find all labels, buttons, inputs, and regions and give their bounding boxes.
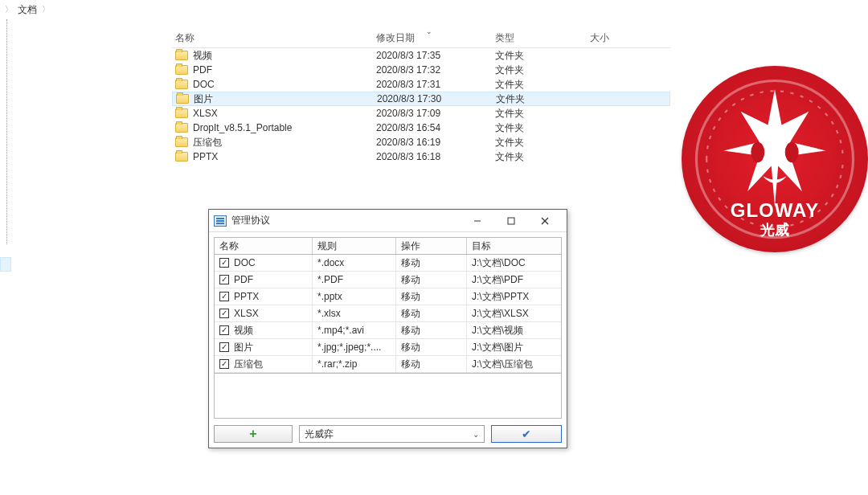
close-button[interactable] bbox=[528, 212, 562, 230]
file-row[interactable]: 视频2020/8/3 17:35文件夹 bbox=[172, 48, 670, 63]
rule-operation: 移动 bbox=[396, 356, 467, 372]
logo-brand-cn: 光威 bbox=[760, 220, 789, 239]
rule-pattern: *.rar;*.zip bbox=[313, 356, 396, 372]
file-name: PDF bbox=[193, 64, 212, 76]
rule-row[interactable]: ✓压缩包*.rar;*.zip移动J:\文档\压缩包 bbox=[215, 356, 561, 373]
dialog-titlebar[interactable]: 管理协议 bbox=[209, 210, 567, 232]
file-type: 文件夹 bbox=[495, 150, 590, 164]
rule-checkbox[interactable]: ✓ bbox=[219, 359, 229, 369]
rule-row[interactable]: ✓图片*.jpg;*.jpeg;*....移动J:\文档\图片 bbox=[215, 339, 561, 356]
rule-checkbox[interactable]: ✓ bbox=[219, 258, 229, 268]
folder-icon bbox=[175, 123, 188, 133]
rule-row[interactable]: ✓PDF*.PDF移动J:\文档\PDF bbox=[215, 272, 561, 288]
rule-name: 图片 bbox=[234, 341, 253, 354]
column-header-date-label: 修改日期 bbox=[376, 32, 415, 43]
rule-checkbox[interactable]: ✓ bbox=[219, 309, 229, 318]
file-type: 文件夹 bbox=[495, 121, 590, 135]
rule-pattern: *.pptx bbox=[313, 288, 396, 305]
file-type: 文件夹 bbox=[495, 49, 590, 63]
file-row[interactable]: DropIt_v8.5.1_Portable2020/8/3 16:54文件夹 bbox=[172, 121, 670, 135]
file-row[interactable]: 压缩包2020/8/3 16:19文件夹 bbox=[172, 135, 670, 149]
svg-point-6 bbox=[785, 142, 799, 162]
add-button[interactable]: + bbox=[214, 425, 293, 443]
minimize-button[interactable] bbox=[461, 212, 494, 230]
breadcrumb[interactable]: 〉 文档 〉 bbox=[0, 2, 50, 18]
gloway-logo: GLOWAY 光威 bbox=[682, 66, 868, 252]
breadcrumb-item[interactable]: 文档 bbox=[18, 3, 37, 17]
rule-operation: 移动 bbox=[396, 305, 467, 321]
file-name: 图片 bbox=[194, 92, 213, 106]
col-name[interactable]: 名称 bbox=[215, 238, 313, 254]
rule-checkbox[interactable]: ✓ bbox=[219, 275, 229, 284]
file-row[interactable]: 图片2020/8/3 17:30文件夹 bbox=[172, 92, 670, 106]
file-date: 2020/8/3 17:30 bbox=[377, 93, 496, 104]
rule-operation: 移动 bbox=[396, 339, 467, 355]
rule-target: J:\文档\PPTX bbox=[467, 288, 561, 305]
chevron-right-icon: 〉 bbox=[42, 4, 50, 15]
rule-row[interactable]: ✓DOC*.docx移动J:\文档\DOC bbox=[215, 255, 561, 272]
rule-row[interactable]: ✓PPTX*.pptx移动J:\文档\PPTX bbox=[215, 288, 561, 305]
file-date: 2020/8/3 16:18 bbox=[376, 151, 495, 162]
rule-row[interactable]: ✓视频*.mp4;*.avi移动J:\文档\视频 bbox=[215, 322, 561, 339]
manage-rules-dialog: 管理协议 名称 规则 操作 目标 ✓DOC*.docx移动J:\文档\DOC✓P… bbox=[208, 209, 567, 448]
profile-select[interactable]: 光威弈 ⌄ bbox=[299, 425, 485, 443]
file-date: 2020/8/3 16:19 bbox=[376, 137, 495, 148]
file-date: 2020/8/3 16:54 bbox=[376, 122, 495, 133]
rule-checkbox[interactable]: ✓ bbox=[219, 325, 229, 335]
column-header-name[interactable]: 名称 bbox=[172, 31, 376, 45]
rule-pattern: *.jpg;*.jpeg;*.... bbox=[313, 339, 396, 355]
rule-row[interactable]: ✓XLSX*.xlsx移动J:\文档\XLSX bbox=[215, 305, 561, 322]
file-type: 文件夹 bbox=[495, 136, 590, 149]
file-row[interactable]: XLSX2020/8/3 17:09文件夹 bbox=[172, 106, 670, 121]
watermark-badge: 值 bbox=[734, 456, 761, 484]
col-op[interactable]: 操作 bbox=[396, 238, 467, 254]
column-header-type[interactable]: 类型 bbox=[495, 31, 590, 45]
list-icon bbox=[214, 215, 227, 227]
col-target[interactable]: 目标 bbox=[467, 238, 561, 254]
file-row[interactable]: PDF2020/8/3 17:32文件夹 bbox=[172, 63, 670, 77]
tree-selected-node[interactable] bbox=[0, 257, 11, 272]
ok-button[interactable]: ✔ bbox=[491, 425, 562, 443]
rule-target: J:\文档\DOC bbox=[467, 255, 561, 271]
rule-operation: 移动 bbox=[396, 255, 467, 271]
rule-name: 压缩包 bbox=[234, 358, 263, 371]
plus-icon: + bbox=[249, 427, 256, 441]
tree-guide bbox=[6, 19, 13, 244]
rule-pattern: *.xlsx bbox=[313, 305, 396, 321]
file-date: 2020/8/3 17:35 bbox=[376, 50, 495, 61]
watermark-text: 什么值得买 bbox=[768, 460, 844, 480]
rule-target: J:\文档\图片 bbox=[467, 339, 561, 355]
rule-checkbox[interactable]: ✓ bbox=[219, 342, 229, 352]
file-name: PPTX bbox=[193, 151, 218, 162]
file-type: 文件夹 bbox=[495, 78, 590, 92]
column-header-size[interactable]: 大小 bbox=[590, 31, 654, 45]
column-header-date[interactable]: 修改日期 ⌄ bbox=[376, 31, 495, 45]
dialog-footer: + 光威弈 ⌄ ✔ bbox=[214, 425, 562, 443]
file-name: DOC bbox=[193, 79, 215, 90]
rules-table-empty-area bbox=[214, 374, 562, 419]
col-rule[interactable]: 规则 bbox=[313, 238, 396, 254]
file-name: 压缩包 bbox=[193, 136, 222, 149]
svg-point-5 bbox=[751, 142, 764, 162]
rule-name: PDF bbox=[234, 274, 253, 285]
rule-name: PPTX bbox=[234, 291, 259, 302]
sort-desc-icon: ⌄ bbox=[426, 27, 432, 35]
dialog-title: 管理协议 bbox=[231, 214, 270, 227]
rule-checkbox[interactable]: ✓ bbox=[219, 292, 229, 301]
folder-icon bbox=[175, 152, 188, 162]
file-name: 视频 bbox=[193, 49, 212, 63]
rule-name: DOC bbox=[234, 257, 256, 268]
file-date: 2020/8/3 17:32 bbox=[376, 64, 495, 76]
file-row[interactable]: PPTX2020/8/3 16:18文件夹 bbox=[172, 149, 670, 164]
rule-operation: 移动 bbox=[396, 272, 467, 288]
watermark: 值 什么值得买 bbox=[734, 456, 844, 484]
file-name: DropIt_v8.5.1_Portable bbox=[193, 122, 292, 133]
file-type: 文件夹 bbox=[495, 63, 590, 77]
file-row[interactable]: DOC2020/8/3 17:31文件夹 bbox=[172, 77, 670, 92]
chevron-down-icon: ⌄ bbox=[473, 430, 479, 439]
rule-operation: 移动 bbox=[396, 322, 467, 338]
maximize-button[interactable] bbox=[494, 212, 528, 230]
profile-select-value: 光威弈 bbox=[305, 428, 334, 441]
file-type: 文件夹 bbox=[495, 107, 590, 121]
rule-name: XLSX bbox=[234, 308, 259, 319]
